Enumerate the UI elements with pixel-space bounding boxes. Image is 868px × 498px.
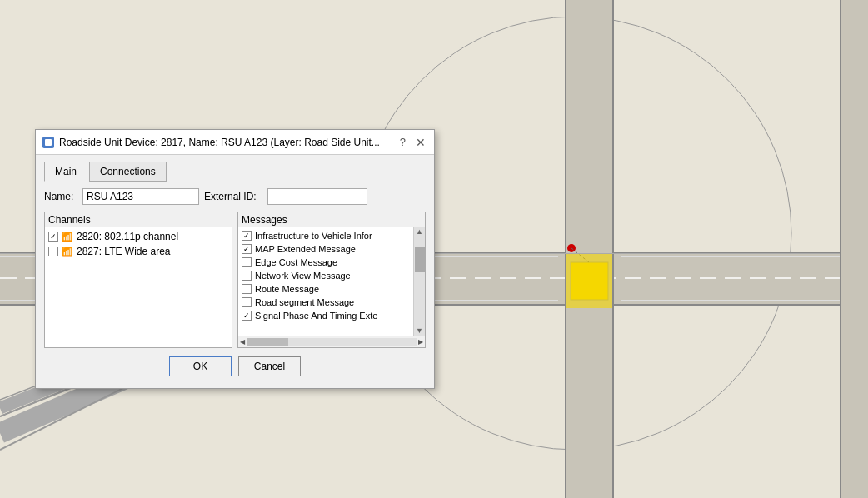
dialog-titlebar: Roadside Unit Device: 2817, Name: RSU A1… xyxy=(36,130,434,155)
message-1-label: Infrastructure to Vehicle Infor xyxy=(255,231,372,241)
channel-2-checkbox[interactable] xyxy=(48,247,58,256)
message-3-checkbox[interactable] xyxy=(242,257,252,267)
svg-rect-13 xyxy=(621,256,868,257)
channel-item-2: 📶 2827: LTE Wide area xyxy=(47,244,230,259)
wifi-icon-1: 📶 xyxy=(62,232,73,242)
message-5-label: Route Message xyxy=(255,284,319,294)
dialog-body: Main Connections Name: External ID: Chan… xyxy=(36,155,434,388)
cancel-button[interactable]: Cancel xyxy=(238,356,301,376)
message-6-checkbox[interactable] xyxy=(242,297,252,307)
messages-header: Messages xyxy=(238,212,425,227)
svg-rect-15 xyxy=(621,300,868,301)
form-row-name: Name: External ID: xyxy=(44,188,426,205)
tab-bar: Main Connections xyxy=(44,162,426,182)
name-label: Name: xyxy=(44,191,77,202)
wifi-icon-2: 📶 xyxy=(62,247,73,257)
message-item-5: Route Message xyxy=(240,282,412,296)
ext-label: External ID: xyxy=(204,191,262,202)
channels-list: 📶 2820: 802.11p channel 📶 2827: LTE Wide… xyxy=(45,227,232,336)
message-3-label: Edge Cost Message xyxy=(255,257,337,267)
messages-panel: Messages Infrastructure to Vehicle Infor… xyxy=(237,212,426,348)
name-input[interactable] xyxy=(82,188,199,205)
dialog-title: Roadside Unit Device: 2817, Name: RSU A1… xyxy=(59,137,395,148)
channel-item-1: 📶 2820: 802.11p channel xyxy=(47,229,230,244)
message-4-checkbox[interactable] xyxy=(242,271,252,281)
scroll-thumb xyxy=(415,247,425,272)
close-button[interactable]: ✕ xyxy=(414,137,427,148)
channels-header: Channels xyxy=(45,212,232,227)
channel-1-label: 2820: 802.11p channel xyxy=(77,231,178,242)
message-item-4: Network View Message xyxy=(240,269,412,282)
messages-scrollbar[interactable]: ▲ ▼ xyxy=(413,227,425,336)
svg-rect-7 xyxy=(612,0,614,498)
message-item-7: Signal Phase And Timing Exte xyxy=(240,309,412,322)
scroll-track[interactable] xyxy=(247,338,417,346)
channel-1-checkbox[interactable] xyxy=(48,232,58,242)
ok-button[interactable]: OK xyxy=(169,356,232,376)
svg-rect-24 xyxy=(566,254,612,308)
message-1-checkbox[interactable] xyxy=(242,231,252,241)
message-7-label: Signal Phase And Timing Exte xyxy=(255,311,377,321)
message-4-label: Network View Message xyxy=(255,271,351,281)
dialog-window: Roadside Unit Device: 2817, Name: RSU A1… xyxy=(35,129,435,389)
messages-list: Infrastructure to Vehicle Infor MAP Exte… xyxy=(238,227,413,336)
ext-id-input[interactable] xyxy=(267,188,367,205)
message-item-2: MAP Extended Message xyxy=(240,242,412,256)
scroll-left-arrow[interactable]: ◀ xyxy=(240,338,245,346)
help-button[interactable]: ? xyxy=(400,136,406,148)
svg-rect-23 xyxy=(840,0,841,498)
message-item-3: Edge Cost Message xyxy=(240,256,412,269)
message-7-checkbox[interactable] xyxy=(242,311,252,321)
scroll-right-arrow[interactable]: ▶ xyxy=(418,338,423,346)
dialog-buttons: OK Cancel xyxy=(44,356,426,381)
messages-inner: Infrastructure to Vehicle Infor MAP Exte… xyxy=(238,227,425,336)
svg-rect-6 xyxy=(565,0,566,498)
message-5-checkbox[interactable] xyxy=(242,284,252,294)
dialog-app-icon xyxy=(42,137,54,148)
svg-rect-22 xyxy=(841,0,868,498)
tab-connections[interactable]: Connections xyxy=(89,162,167,182)
message-2-checkbox[interactable] xyxy=(242,244,252,254)
messages-horiz-scroll[interactable]: ◀ ▶ xyxy=(238,336,425,347)
channels-panel: Channels 📶 2820: 802.11p channel 📶 2827:… xyxy=(44,212,232,348)
panels-row: Channels 📶 2820: 802.11p channel 📶 2827:… xyxy=(44,212,426,348)
channel-2-label: 2827: LTE Wide area xyxy=(77,246,171,257)
tab-main[interactable]: Main xyxy=(44,162,87,182)
message-6-label: Road segment Message xyxy=(255,297,354,307)
message-item-1: Infrastructure to Vehicle Infor xyxy=(240,229,412,242)
message-2-label: MAP Extended Message xyxy=(255,244,356,254)
message-item-6: Road segment Message xyxy=(240,296,412,309)
scroll-track-thumb xyxy=(247,338,288,346)
